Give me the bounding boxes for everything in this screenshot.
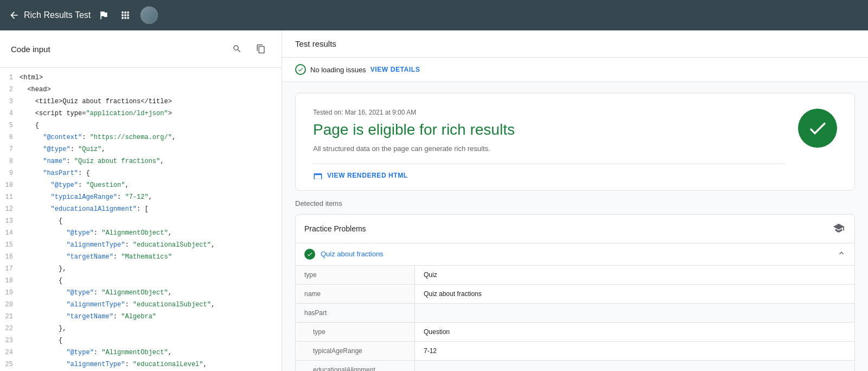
property-value xyxy=(415,361,854,371)
property-key: typicalAgeRange xyxy=(296,342,415,360)
status-bar: No loading issues VIEW DETAILS xyxy=(282,58,868,82)
property-value: 7-12 xyxy=(415,342,854,360)
code-line: 7 "@type": "Quiz", xyxy=(0,144,282,156)
property-key: hasPart xyxy=(296,304,415,322)
copy-button[interactable] xyxy=(251,39,271,59)
property-value: Quiz xyxy=(415,266,854,284)
apps-icon[interactable] xyxy=(119,9,132,22)
detected-items-title: Detected items xyxy=(295,199,855,207)
right-panel-header: Test results xyxy=(282,30,868,58)
tested-on-text: Tested on: Mar 16, 2021 at 9:00 AM xyxy=(313,109,785,116)
quiz-check-icon xyxy=(304,249,315,260)
code-line: 22 }, xyxy=(0,323,282,335)
property-row: typicalAgeRange 7-12 xyxy=(296,342,854,361)
result-icon xyxy=(798,109,837,148)
code-line: 25 "alignmentType": "educationalLevel", xyxy=(0,359,282,371)
code-line: 12 "educationalAlignment": [ xyxy=(0,204,282,216)
property-row: type Quiz xyxy=(296,266,854,285)
property-row: hasPart xyxy=(296,304,854,323)
user-avatar[interactable] xyxy=(141,7,158,24)
chevron-up-icon[interactable] xyxy=(837,249,846,259)
code-line: 21 "targetName": "Algebra" xyxy=(0,311,282,323)
code-line: 1<html> xyxy=(0,72,282,84)
practice-card-header: Practice Problems xyxy=(296,215,854,243)
right-panel: Test results No loading issues VIEW DETA… xyxy=(282,30,868,371)
code-actions xyxy=(227,39,271,59)
app-title: Rich Results Test xyxy=(24,10,91,20)
code-line: 6 "@context": "https://schema.org/", xyxy=(0,132,282,144)
practice-problems-title: Practice Problems xyxy=(304,224,366,233)
code-line: 14 "@type": "AlignmentObject", xyxy=(0,228,282,240)
detected-items-section: Detected items Practice Problems Quiz ab… xyxy=(282,199,868,371)
result-subtext: All structured data on the page can gene… xyxy=(313,144,785,153)
code-line: 3 <title>Quiz about fractions</title> xyxy=(0,96,282,108)
quiz-item-header: Quiz about fractions xyxy=(296,243,854,266)
code-line: 18 { xyxy=(0,275,282,287)
code-line: 24 "@type": "AlignmentObject", xyxy=(0,347,282,359)
property-value xyxy=(415,304,854,322)
property-row: type Question xyxy=(296,323,854,342)
result-card: Tested on: Mar 16, 2021 at 9:00 AM Page … xyxy=(295,93,855,191)
code-line: 2 <head> xyxy=(0,84,282,96)
flag-icon[interactable] xyxy=(97,9,110,22)
code-line: 4 <script type="application/ld+json"> xyxy=(0,108,282,120)
property-table: type Quiz name Quiz about fractions hasP… xyxy=(296,266,854,371)
back-button[interactable]: Rich Results Test xyxy=(9,10,91,21)
code-line: 20 "alignmentType": "educationalSubject"… xyxy=(0,299,282,311)
status-check-icon xyxy=(295,64,306,75)
code-line: 19 "@type": "AlignmentObject", xyxy=(0,287,282,299)
view-rendered-html-label: VIEW RENDERED HTML xyxy=(327,172,408,179)
result-heading: Page is eligible for rich results xyxy=(313,121,785,139)
property-row: educationalAlignment xyxy=(296,361,854,371)
code-line: 16 "targetName": "Mathematics" xyxy=(0,251,282,263)
practice-problems-card: Practice Problems Quiz about fractions xyxy=(295,214,855,371)
code-line: 11 "typicalAgeRange": "7-12", xyxy=(0,192,282,204)
view-details-link[interactable]: VIEW DETAILS xyxy=(371,66,420,73)
quiz-item-left: Quiz about fractions xyxy=(304,249,384,260)
search-button[interactable] xyxy=(227,39,247,59)
code-editor[interactable]: 1<html> 2 <head> 3 <title>Quiz about fra… xyxy=(0,68,282,371)
status-text: No loading issues xyxy=(310,66,366,74)
code-line: 9 "hasPart": { xyxy=(0,168,282,180)
code-line: 13 { xyxy=(0,216,282,228)
main-layout: Code input 1<html> 2 <head> 3 <title>Qui… xyxy=(0,30,868,371)
graduation-cap-icon xyxy=(833,222,846,235)
left-panel: Code input 1<html> 2 <head> 3 <title>Qui… xyxy=(0,30,282,371)
property-key: type xyxy=(296,323,415,341)
property-key: name xyxy=(296,285,415,303)
result-divider xyxy=(313,164,785,164)
test-results-title: Test results xyxy=(295,39,336,48)
code-line: 10 "@type": "Question", xyxy=(0,180,282,192)
property-row: name Quiz about fractions xyxy=(296,285,854,304)
code-line: 8 "name": "Quiz about fractions", xyxy=(0,156,282,168)
left-panel-header: Code input xyxy=(0,30,282,68)
code-input-title: Code input xyxy=(11,45,50,54)
code-line: 15 "alignmentType": "educationalSubject"… xyxy=(0,240,282,251)
property-key: type xyxy=(296,266,415,284)
property-value: Quiz about fractions xyxy=(415,285,854,303)
code-line: 5 { xyxy=(0,120,282,132)
quiz-name[interactable]: Quiz about fractions xyxy=(321,250,384,258)
view-rendered-html-link[interactable]: VIEW RENDERED HTML xyxy=(313,172,785,179)
property-key: educationalAlignment xyxy=(296,361,415,371)
code-line: 17 }, xyxy=(0,263,282,275)
success-check-circle xyxy=(798,109,837,148)
property-value: Question xyxy=(415,323,854,341)
result-card-content: Tested on: Mar 16, 2021 at 9:00 AM Page … xyxy=(313,109,785,179)
nav-icons xyxy=(97,7,158,24)
code-line: 23 { xyxy=(0,335,282,347)
top-navigation: Rich Results Test xyxy=(0,0,868,30)
